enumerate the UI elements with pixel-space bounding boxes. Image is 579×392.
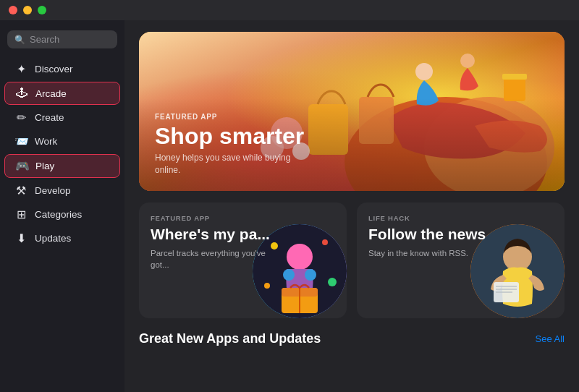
card-1-desc: Parcel tracks everything you've got... xyxy=(151,247,266,270)
hero-subtitle: Honey helps you save while buying online… xyxy=(155,152,300,176)
sidebar-item-categories-label: Categories xyxy=(35,209,82,220)
sidebar-item-create-label: Create xyxy=(35,112,64,123)
card-2-desc: Stay in the know with RSS. xyxy=(368,247,484,259)
card-1-label: FEATURED APP xyxy=(151,214,335,222)
section-header: Great New Apps and Updates See All xyxy=(139,331,565,346)
sidebar-item-discover-label: Discover xyxy=(35,64,73,74)
card-1-content: FEATURED APP Where's my pa... Parcel tra… xyxy=(139,203,347,318)
sidebar-item-updates-label: Updates xyxy=(35,233,71,244)
card-2-title: Follow the news xyxy=(368,226,553,243)
categories-icon: ⊞ xyxy=(14,208,28,221)
sidebar-item-play-label: Play xyxy=(35,161,54,171)
maximize-button[interactable] xyxy=(38,6,46,14)
see-all-button[interactable]: See All xyxy=(536,333,565,344)
search-icon: 🔍 xyxy=(14,35,25,45)
sidebar-item-discover[interactable]: ✦ Discover xyxy=(4,58,120,80)
card-life-hack-rss[interactable]: LIFE HACK Follow the news Stay in the kn… xyxy=(357,203,565,318)
section-title: Great New Apps and Updates xyxy=(139,331,321,346)
updates-icon: ⬇ xyxy=(14,231,28,245)
work-icon: 📨 xyxy=(14,135,28,148)
play-icon: 🎮 xyxy=(15,159,28,173)
title-bar xyxy=(0,0,579,20)
discover-icon: ✦ xyxy=(14,62,28,76)
app-body: 🔍 Search ✦ Discover 🕹 Arcade ✏ Create 📨 … xyxy=(0,20,579,392)
sidebar-item-develop-label: Develop xyxy=(35,185,71,196)
search-bar[interactable]: 🔍 Search xyxy=(7,30,117,48)
card-2-content: LIFE HACK Follow the news Stay in the kn… xyxy=(357,203,565,318)
close-button[interactable] xyxy=(9,6,17,14)
create-icon: ✏ xyxy=(14,111,28,124)
featured-hero[interactable]: FEATURED APP Shop smarter Honey helps yo… xyxy=(139,32,565,191)
sidebar-item-categories[interactable]: ⊞ Categories xyxy=(4,203,120,226)
minimize-button[interactable] xyxy=(23,6,32,14)
sidebar-item-play[interactable]: 🎮 Play xyxy=(4,154,120,178)
sidebar-item-develop[interactable]: ⚒ Develop xyxy=(4,179,120,202)
svg-point-5 xyxy=(460,54,475,68)
card-featured-parcel[interactable]: FEATURED APP Where's my pa... Parcel tra… xyxy=(139,203,347,318)
sidebar-item-work[interactable]: 📨 Work xyxy=(4,130,120,153)
sidebar-item-create[interactable]: ✏ Create xyxy=(4,106,120,129)
sidebar-item-arcade[interactable]: 🕹 Arcade xyxy=(4,82,120,105)
arcade-icon: 🕹 xyxy=(15,87,28,100)
card-1-title: Where's my pa... xyxy=(151,226,335,243)
hero-overlay: FEATURED APP Shop smarter Honey helps yo… xyxy=(139,98,565,191)
sidebar: 🔍 Search ✦ Discover 🕹 Arcade ✏ Create 📨 … xyxy=(0,20,124,392)
develop-icon: ⚒ xyxy=(14,184,28,197)
search-placeholder: Search xyxy=(30,34,59,45)
card-2-label: LIFE HACK xyxy=(368,214,553,222)
svg-point-4 xyxy=(415,63,433,80)
hero-label: FEATURED APP xyxy=(155,113,549,121)
sidebar-item-updates[interactable]: ⬇ Updates xyxy=(4,227,120,250)
main-content: FEATURED APP Shop smarter Honey helps yo… xyxy=(124,20,579,392)
hero-title: Shop smarter xyxy=(155,124,549,149)
sidebar-item-arcade-label: Arcade xyxy=(35,88,67,99)
cards-row: FEATURED APP Where's my pa... Parcel tra… xyxy=(139,203,565,318)
sidebar-item-work-label: Work xyxy=(35,136,57,147)
svg-rect-7 xyxy=(502,74,527,80)
